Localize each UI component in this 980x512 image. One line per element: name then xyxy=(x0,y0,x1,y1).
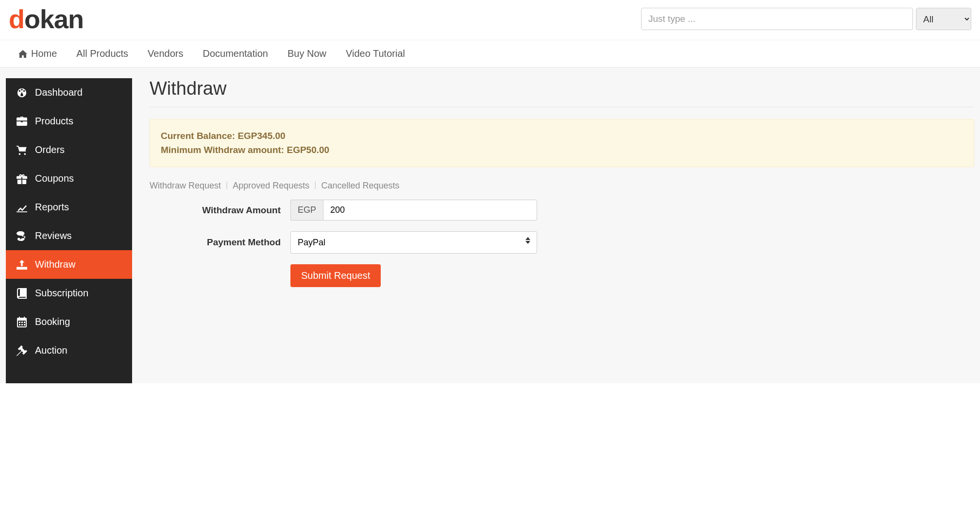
logo-d: d xyxy=(9,4,24,34)
chart-icon xyxy=(15,203,29,212)
sub-tabs: Withdraw Request | Approved Requests | C… xyxy=(150,181,974,191)
logo: dokan xyxy=(9,4,84,34)
sidebar-item-coupons[interactable]: Coupons xyxy=(6,164,132,193)
sidebar-item-booking[interactable]: Booking xyxy=(6,307,132,336)
payment-method-select[interactable]: PayPal xyxy=(290,231,537,254)
nav-documentation[interactable]: Documentation xyxy=(193,40,278,67)
nav-home[interactable]: Home xyxy=(9,40,67,67)
amount-label: Withdraw Amount xyxy=(150,205,290,216)
sidebar-item-reports[interactable]: Reports xyxy=(6,193,132,222)
withdraw-amount-input[interactable] xyxy=(323,200,537,221)
page-title: Withdraw xyxy=(150,78,974,107)
method-label: Payment Method xyxy=(150,237,290,248)
search-bar: All xyxy=(641,8,971,30)
dashboard-icon xyxy=(15,87,29,98)
sidebar-item-label: Booking xyxy=(35,316,70,327)
book-icon xyxy=(15,288,29,299)
top-nav: Home All Products Vendors Documentation … xyxy=(0,40,980,68)
search-input[interactable] xyxy=(641,8,913,30)
header: dokan All xyxy=(0,0,980,40)
sidebar-item-label: Reviews xyxy=(35,230,72,241)
tab-separator: | xyxy=(226,181,228,191)
gift-icon xyxy=(15,173,29,184)
nav-video-tutorial[interactable]: Video Tutorial xyxy=(336,40,415,67)
sidebar-item-label: Products xyxy=(35,116,73,127)
tab-approved-requests[interactable]: Approved Requests xyxy=(233,181,309,191)
chat-icon xyxy=(15,231,29,241)
layout: Dashboard Products Orders Coupons Report… xyxy=(0,68,980,383)
nav-all-products[interactable]: All Products xyxy=(67,40,138,67)
sidebar-item-label: Dashboard xyxy=(35,87,83,98)
sidebar-item-orders[interactable]: Orders xyxy=(6,136,132,164)
sidebar-item-label: Withdraw xyxy=(35,259,75,270)
sidebar-item-subscription[interactable]: Subscription xyxy=(6,279,132,307)
sidebar-item-label: Coupons xyxy=(35,173,74,184)
sidebar-item-label: Reports xyxy=(35,202,69,213)
tab-cancelled-requests[interactable]: Cancelled Requests xyxy=(321,181,399,191)
briefcase-icon xyxy=(15,117,29,126)
sidebar: Dashboard Products Orders Coupons Report… xyxy=(6,78,132,383)
amount-row: Withdraw Amount EGP xyxy=(150,200,974,221)
tab-withdraw-request[interactable]: Withdraw Request xyxy=(150,181,221,191)
current-balance-line: Current Balance: EGP345.00 xyxy=(161,129,963,143)
currency-addon: EGP xyxy=(290,200,323,221)
main-content: Withdraw Current Balance: EGP345.00 Mini… xyxy=(132,78,974,383)
method-row: Payment Method PayPal xyxy=(150,231,974,254)
sidebar-item-withdraw[interactable]: Withdraw xyxy=(6,250,132,279)
upload-icon xyxy=(15,260,29,270)
gavel-icon xyxy=(15,345,29,356)
nav-vendors[interactable]: Vendors xyxy=(138,40,193,67)
sidebar-item-label: Auction xyxy=(35,345,68,356)
min-withdraw-line: Minimum Withdraw amount: EGP50.00 xyxy=(161,143,963,157)
home-icon xyxy=(18,50,27,58)
cart-icon xyxy=(15,145,29,155)
nav-home-label: Home xyxy=(31,48,57,59)
sidebar-item-label: Orders xyxy=(35,144,65,155)
search-filter-select[interactable]: All xyxy=(916,8,971,30)
calendar-icon xyxy=(15,317,29,327)
submit-request-button[interactable]: Submit Request xyxy=(290,264,381,287)
sidebar-item-reviews[interactable]: Reviews xyxy=(6,222,132,250)
sidebar-item-auction[interactable]: Auction xyxy=(6,336,132,365)
sidebar-item-label: Subscription xyxy=(35,288,88,299)
sidebar-item-products[interactable]: Products xyxy=(6,107,132,136)
sidebar-item-dashboard[interactable]: Dashboard xyxy=(6,78,132,107)
balance-alert: Current Balance: EGP345.00 Minimum Withd… xyxy=(150,119,974,167)
logo-rest: okan xyxy=(24,4,84,34)
submit-row: . Submit Request xyxy=(150,264,974,287)
tab-separator: | xyxy=(314,181,316,191)
nav-buy-now[interactable]: Buy Now xyxy=(278,40,336,67)
